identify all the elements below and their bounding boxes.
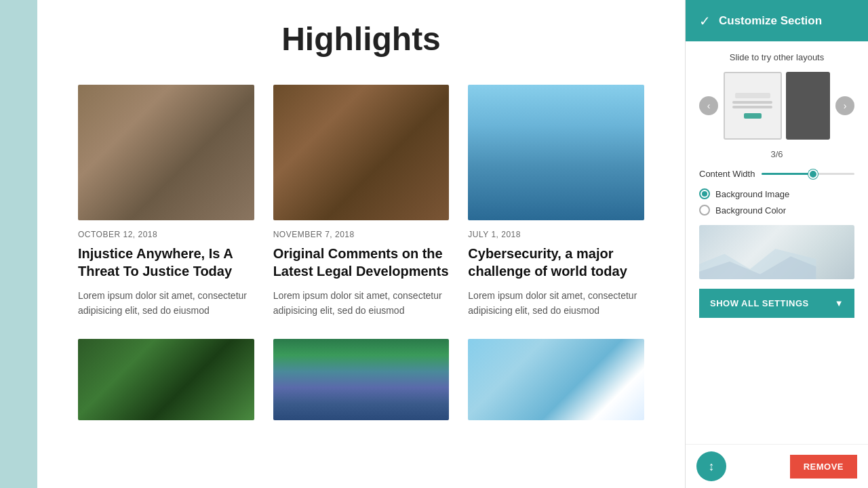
card-3: JULY 1, 2018 Cybersecurity, a major chal… <box>468 85 644 319</box>
check-icon: ✓ <box>699 13 711 29</box>
show-all-settings-label: SHOW ALL SETTINGS <box>710 298 809 308</box>
top-cards-grid: OCTOBER 12, 2018 Injustice Anywhere, Is … <box>78 85 644 319</box>
card-3-date: JULY 1, 2018 <box>468 230 644 239</box>
card-6-image <box>468 339 644 420</box>
radio-background-color-circle <box>699 205 710 216</box>
card-2-body: Lorem ipsum dolor sit amet, consectetur … <box>273 288 450 319</box>
layout-preview-left[interactable] <box>724 72 782 140</box>
card-5 <box>273 339 450 420</box>
card-3-image <box>468 85 644 220</box>
layout-preview-container <box>724 72 830 140</box>
card-1-body: Lorem ipsum dolor sit amet, consectetur … <box>78 288 254 319</box>
preview-mock-header <box>735 93 770 98</box>
next-layout-arrow[interactable]: › <box>835 96 854 115</box>
radio-group: Background Image Background Color <box>699 188 854 216</box>
card-2-image <box>273 85 450 220</box>
card-1-date: OCTOBER 12, 2018 <box>78 230 254 239</box>
bg-image-shape-svg <box>699 239 816 279</box>
slider-thumb <box>808 169 818 179</box>
content-width-label: Content Width <box>699 169 755 179</box>
preview-mock-line-2 <box>732 106 772 108</box>
preview-mock-line-1 <box>732 101 772 104</box>
radio-background-image-circle <box>699 188 710 199</box>
layout-previews: ‹ › <box>699 72 854 140</box>
remove-button[interactable]: REMOVE <box>790 455 857 479</box>
panel-footer: ↕ REMOVE <box>686 444 868 488</box>
right-panel: ✓ Customize Section Slide to try other l… <box>685 0 868 488</box>
card-1-title: Injustice Anywhere, Is A Threat To Justi… <box>78 245 254 280</box>
page-title: Highlights <box>78 0 644 85</box>
prev-layout-arrow[interactable]: ‹ <box>699 96 718 115</box>
layout-preview-right[interactable] <box>786 72 831 140</box>
slider-fill <box>762 173 812 175</box>
bg-image-preview <box>699 225 854 279</box>
main-content: Highlights OCTOBER 12, 2018 Injustice An… <box>37 0 685 488</box>
show-all-chevron-icon: ▼ <box>835 298 844 308</box>
panel-body: Slide to try other layouts ‹ › 3/6 Conte… <box>686 41 868 444</box>
card-4 <box>78 339 254 420</box>
swap-button[interactable]: ↕ <box>696 451 726 481</box>
card-3-title: Cybersecurity, a major challenge of worl… <box>468 245 644 280</box>
radio-background-color[interactable]: Background Color <box>699 205 854 216</box>
card-1-image <box>78 85 254 220</box>
slide-label: Slide to try other layouts <box>699 52 854 62</box>
content-width-slider[interactable] <box>762 173 854 175</box>
content-width-row: Content Width <box>699 169 854 179</box>
card-5-image <box>273 339 450 420</box>
card-3-body: Lorem ipsum dolor sit amet, consectetur … <box>468 288 644 319</box>
card-2: NOVEMBER 7, 2018 Original Comments on th… <box>273 85 450 319</box>
panel-title: Customize Section <box>719 14 822 28</box>
card-1: OCTOBER 12, 2018 Injustice Anywhere, Is … <box>78 85 254 319</box>
card-6 <box>468 339 644 420</box>
card-2-date: NOVEMBER 7, 2018 <box>273 230 450 239</box>
card-2-title: Original Comments on the Latest Legal De… <box>273 245 450 280</box>
card-4-image <box>78 339 254 420</box>
layout-counter: 3/6 <box>699 149 854 159</box>
bottom-cards-grid <box>78 339 644 420</box>
radio-background-image[interactable]: Background Image <box>699 188 854 199</box>
left-decorative-bar <box>0 0 37 488</box>
radio-background-color-label: Background Color <box>715 205 786 216</box>
show-all-settings-button[interactable]: SHOW ALL SETTINGS ▼ <box>699 289 854 318</box>
panel-header: ✓ Customize Section <box>686 0 868 41</box>
radio-background-image-label: Background Image <box>715 189 789 199</box>
preview-mock-btn <box>744 113 762 119</box>
